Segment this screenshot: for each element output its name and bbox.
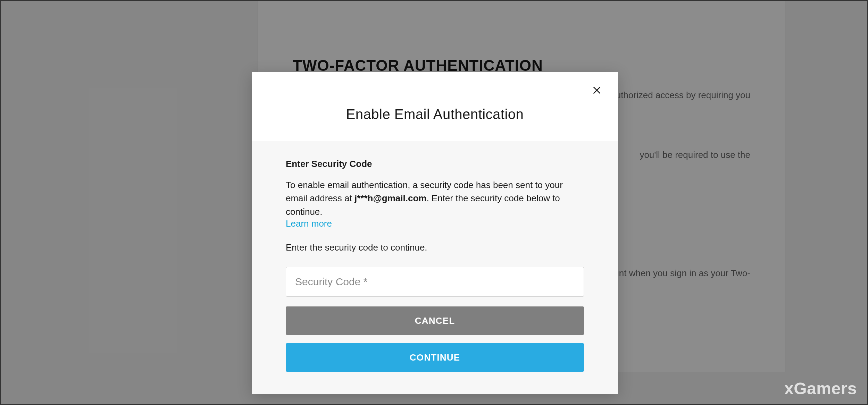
modal-subheading: Enter Security Code <box>286 159 584 169</box>
modal-description-block: To enable email authentication, a securi… <box>286 178 584 229</box>
modal-header: Enable Email Authentication <box>252 72 618 141</box>
close-icon <box>592 86 601 96</box>
security-code-input[interactable] <box>286 267 584 297</box>
prompt-text: Enter the security code to continue. <box>286 242 584 253</box>
modal-description: To enable email authentication, a securi… <box>286 178 584 218</box>
cancel-button[interactable]: CANCEL <box>286 306 584 335</box>
enable-email-auth-modal: Enable Email Authentication Enter Securi… <box>252 72 618 394</box>
modal-body: Enter Security Code To enable email auth… <box>252 141 618 394</box>
modal-title: Enable Email Authentication <box>269 107 601 122</box>
continue-button[interactable]: CONTINUE <box>286 343 584 372</box>
learn-more-link[interactable]: Learn more <box>286 218 332 229</box>
watermark: xGamers <box>784 379 857 398</box>
close-button[interactable] <box>590 83 604 99</box>
masked-email: j***h@gmail.com <box>354 193 426 203</box>
